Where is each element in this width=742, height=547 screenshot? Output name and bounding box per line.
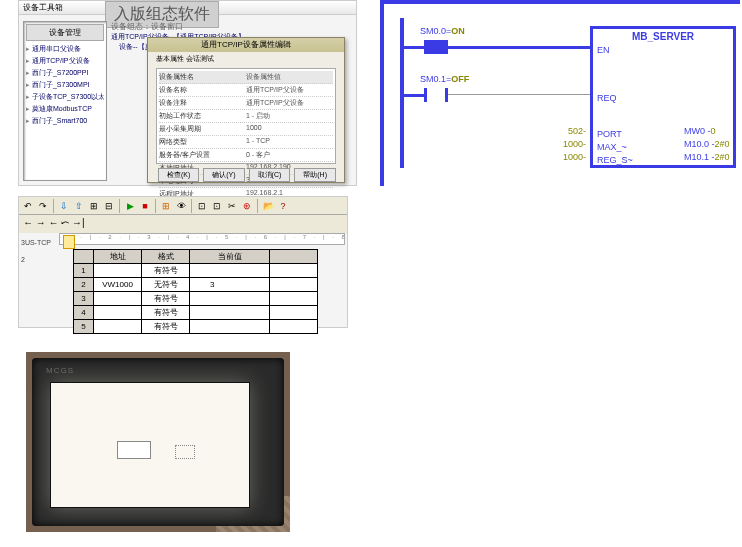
cell[interactable]: 有符号: [142, 320, 190, 334]
tree-item[interactable]: 子设备TCP_S7300以太网: [26, 91, 104, 103]
property-dialog: 通用TCP/IP设备属性编辑 基本属性 会话测试 设备属性名 设备属性值 设备名…: [147, 37, 345, 183]
col-value: 当前值: [190, 250, 270, 264]
pin-reg: REG_S~: [597, 155, 633, 165]
ruler: · 1 · | · 2 · | · 3 · | · 4 · | · 5 · | …: [59, 233, 345, 245]
dialog-tabs[interactable]: 基本属性 会话测试: [148, 52, 344, 66]
cell[interactable]: [190, 320, 270, 334]
row-num: 3: [74, 292, 94, 306]
open-icon[interactable]: 📂: [261, 199, 275, 213]
rung-wire: [404, 46, 424, 49]
out-max: M10.0 -2#0: [684, 139, 730, 149]
config-software-panel: 设备工具箱 入版组态软件 设备管理 通用串口父设备 通用TCP/IP父设备 西门…: [18, 0, 357, 186]
prop-val[interactable]: 1 - 启动: [246, 111, 333, 121]
prop-header-name: 设备属性名: [159, 72, 246, 82]
prop-val[interactable]: 通用TCP/IP父设备: [246, 85, 333, 95]
prop-val[interactable]: 1000: [246, 124, 333, 134]
tree-item[interactable]: 西门子_S7200PPI: [26, 67, 104, 79]
cell[interactable]: [94, 320, 142, 334]
cell[interactable]: [270, 278, 318, 292]
prop-key: 设备注释: [159, 98, 246, 108]
prop-val[interactable]: 通用TCP/IP父设备: [246, 98, 333, 108]
rung-wire: [404, 94, 424, 97]
cell[interactable]: 有符号: [142, 264, 190, 278]
cell[interactable]: [94, 292, 142, 306]
hmi-brand: MCGS: [46, 366, 74, 375]
monitor-icon[interactable]: 👁: [174, 199, 188, 213]
col-blank: [270, 250, 318, 264]
out-reg: M10.1 -2#0: [684, 152, 730, 162]
side-label: 3US-TCP 2: [19, 237, 59, 265]
cell[interactable]: [190, 306, 270, 320]
cell[interactable]: 无符号: [142, 278, 190, 292]
cell[interactable]: [270, 264, 318, 278]
cell[interactable]: [270, 320, 318, 334]
cancel-button[interactable]: 取消(C): [249, 168, 291, 182]
device-tree: 设备管理 通用串口父设备 通用TCP/IP父设备 西门子_S7200PPI 西门…: [23, 21, 107, 181]
check-button[interactable]: 检查(K): [158, 168, 199, 182]
pin-port: PORT: [597, 129, 622, 139]
tree-item[interactable]: 通用TCP/IP父设备: [26, 55, 104, 67]
cell[interactable]: [270, 292, 318, 306]
help-icon[interactable]: ?: [276, 199, 290, 213]
tool2-icon[interactable]: ⊡: [210, 199, 224, 213]
cut-icon[interactable]: ✂: [225, 199, 239, 213]
cell[interactable]: [94, 264, 142, 278]
cell[interactable]: [270, 306, 318, 320]
col-addr: 地址: [94, 250, 142, 264]
hmi-screen[interactable]: [50, 382, 250, 508]
pin-en: EN: [597, 45, 610, 55]
out-port: MW0 -0: [684, 126, 716, 136]
prop-val[interactable]: 1 - TCP: [246, 137, 333, 147]
hmi-input-widget[interactable]: [117, 441, 151, 459]
record-nav[interactable]: ← → ← ⤺ →|: [19, 215, 347, 233]
redo-icon[interactable]: ↷: [36, 199, 50, 213]
prop-key: 设备名称: [159, 85, 246, 95]
corner-cell: [74, 250, 94, 264]
download-icon[interactable]: ⇩: [57, 199, 71, 213]
tree-header: 设备管理: [26, 24, 104, 41]
data-grid[interactable]: 地址 格式 当前值 1有符号 2VW1000无符号3 3有符号 4有符号 5有符…: [73, 249, 318, 334]
cell[interactable]: VW1000: [94, 278, 142, 292]
delete-icon[interactable]: ⊟: [102, 199, 116, 213]
help-button[interactable]: 帮助(H): [294, 168, 336, 182]
contact1-label: SM0.0=ON: [420, 26, 465, 36]
pin-max: MAX_~: [597, 142, 627, 152]
tree-item[interactable]: 通用串口父设备: [26, 43, 104, 55]
dialog-title: 通用TCP/IP设备属性编辑: [148, 38, 344, 52]
prop-key: 网络类型: [159, 137, 246, 147]
ladder-rail: [400, 18, 404, 168]
val-port: 502-: [554, 126, 586, 136]
prop-key: 初始工作状态: [159, 111, 246, 121]
property-grid: 设备属性名 设备属性值 设备名称通用TCP/IP父设备 设备注释通用TCP/IP…: [156, 68, 336, 164]
content-header-text: 设备组态：设备窗口: [111, 22, 183, 31]
prop-key: 最小采集周期: [159, 124, 246, 134]
hmi-bezel: MCGS: [32, 358, 284, 526]
document-icon[interactable]: [63, 235, 75, 249]
ok-button[interactable]: 确认(Y): [203, 168, 244, 182]
col-format: 格式: [142, 250, 190, 264]
tree-item[interactable]: 西门子_Smart700: [26, 115, 104, 127]
chart-icon[interactable]: ⊞: [159, 199, 173, 213]
run-icon[interactable]: ▶: [123, 199, 137, 213]
fb-title: MB_SERVER: [593, 31, 733, 42]
tool1-icon[interactable]: ⊡: [195, 199, 209, 213]
upload-icon[interactable]: ⇧: [72, 199, 86, 213]
cell[interactable]: [190, 292, 270, 306]
cell[interactable]: 有符号: [142, 306, 190, 320]
hmi-button-widget[interactable]: [175, 445, 195, 459]
row-num: 4: [74, 306, 94, 320]
row-num: 5: [74, 320, 94, 334]
cell[interactable]: 3: [190, 278, 270, 292]
cell[interactable]: [190, 264, 270, 278]
tree-item[interactable]: 西门子_S7300MPI: [26, 79, 104, 91]
insert-icon[interactable]: ⊞: [87, 199, 101, 213]
val-max: 1000-: [554, 139, 586, 149]
undo-icon[interactable]: ↶: [21, 199, 35, 213]
find-icon[interactable]: ⊛: [240, 199, 254, 213]
tree-item[interactable]: 莫迪康ModbusTCP: [26, 103, 104, 115]
prop-val[interactable]: 0 - 客户: [246, 150, 333, 160]
stop-icon[interactable]: ■: [138, 199, 152, 213]
cell[interactable]: 有符号: [142, 292, 190, 306]
row-num: 1: [74, 264, 94, 278]
cell[interactable]: [94, 306, 142, 320]
